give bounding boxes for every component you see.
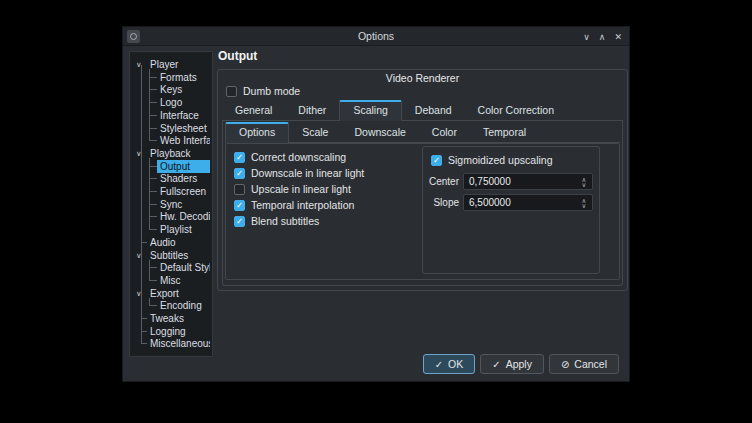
button-label: Apply	[506, 358, 532, 370]
tab-dither[interactable]: Dither	[285, 101, 339, 120]
spin-down-icon[interactable]: ∨	[582, 182, 587, 187]
checkbox-correct-downscaling[interactable]: ✓Correct downscaling	[234, 151, 364, 163]
sidebar-item-output[interactable]: Output	[130, 160, 212, 173]
sidebar-item-label: Tweaks	[147, 312, 210, 325]
checkbox-label: Correct downscaling	[251, 151, 346, 163]
tab-color[interactable]: Color	[419, 123, 470, 142]
options-pane: ✓Correct downscaling✓Downscale in linear…	[225, 143, 620, 280]
ok-button[interactable]: ✓ OK	[423, 354, 476, 374]
button-label: OK	[448, 358, 463, 370]
scaling-subtabs: OptionsScaleDownscaleColorTemporal	[225, 122, 620, 143]
checkbox-label: Upscale in linear light	[251, 183, 351, 195]
tree-guide-line	[141, 65, 142, 344]
sidebar-item-label: Formats	[157, 71, 210, 84]
slope-value[interactable]: 6,500000	[464, 197, 578, 208]
sidebar-item-miscellaneous[interactable]: Miscellaneous	[130, 337, 212, 350]
dialog-buttons: ✓ OK ✓ Apply ⊘ Cancel	[423, 354, 619, 374]
slope-spinbox[interactable]: 6,500000 ∧ ∨	[463, 194, 593, 211]
sidebar-item-label: Stylesheet	[157, 122, 210, 135]
sidebar-item-player[interactable]: ∨Player	[130, 58, 212, 71]
checkbox-label: Blend subtitles	[251, 215, 319, 227]
button-label: Cancel	[574, 358, 607, 370]
sigmoidized-upscaling-checkbox[interactable]: ✓ Sigmoidized upscaling	[431, 154, 552, 166]
apply-button[interactable]: ✓ Apply	[480, 354, 544, 374]
sidebar-item-label: Logo	[157, 96, 210, 109]
tab-scaling[interactable]: Scaling	[339, 100, 401, 121]
sidebar-item-audio[interactable]: Audio	[130, 236, 212, 249]
checkbox-label: Sigmoidized upscaling	[448, 154, 552, 166]
center-value[interactable]: 0,750000	[464, 176, 578, 187]
maximize-icon[interactable]: ∧	[599, 32, 606, 42]
sidebar-item-label: Playback	[147, 147, 210, 160]
sidebar-item-label: Encoding	[157, 299, 210, 312]
titlebar[interactable]: Options ∨ ∧ ✕	[123, 27, 629, 46]
checkbox-box[interactable]: ✓	[234, 200, 245, 211]
sidebar-item-logo[interactable]: Logo	[130, 96, 212, 109]
checkbox-temporal-interpolation[interactable]: ✓Temporal interpolation	[234, 199, 364, 211]
cancel-button[interactable]: ⊘ Cancel	[549, 354, 619, 374]
tab-downscale[interactable]: Downscale	[341, 123, 418, 142]
sidebar-item-keys[interactable]: Keys	[130, 83, 212, 96]
tree-guide-line	[149, 69, 150, 141]
settings-tree[interactable]: ∨PlayerFormatsKeysLogoInterfaceStyleshee…	[129, 51, 213, 357]
sidebar-item-sync[interactable]: Sync	[130, 198, 212, 211]
sidebar-item-default-style[interactable]: Default Style	[130, 261, 212, 274]
sidebar-item-web-interface[interactable]: Web Interface	[130, 134, 212, 147]
group-title: Video Renderer	[218, 72, 627, 84]
sidebar-item-logging[interactable]: Logging	[130, 325, 212, 338]
close-icon[interactable]: ✕	[614, 32, 622, 42]
sidebar-item-fullscreen[interactable]: Fullscreen	[130, 185, 212, 198]
checkbox-box[interactable]: ✓	[234, 152, 245, 163]
checkbox-label: Dumb mode	[243, 85, 300, 97]
page-title: Output	[218, 49, 257, 63]
minimize-icon[interactable]: ∨	[583, 32, 590, 42]
checkbox-box[interactable]	[226, 86, 237, 97]
tab-scale[interactable]: Scale	[289, 123, 341, 142]
sidebar-item-subtitles[interactable]: ∨Subtitles	[130, 249, 212, 262]
sidebar-item-label: Player	[147, 58, 210, 71]
checkbox-upscale-in-linear-light[interactable]: Upscale in linear light	[234, 183, 364, 195]
sidebar-item-label: Hw. Decoding	[157, 210, 210, 223]
tree-guide-line	[149, 298, 150, 306]
sidebar-item-export[interactable]: ∨Export	[130, 287, 212, 300]
sidebar-item-label: Interface	[157, 109, 210, 122]
center-spinbox[interactable]: 0,750000 ∧ ∨	[463, 173, 593, 190]
sigmoid-group: ✓ Sigmoidized upscaling Center 0,750000 …	[422, 146, 600, 274]
renderer-tabs: GeneralDitherScalingDebandColor Correcti…	[222, 100, 623, 121]
sidebar-item-tweaks[interactable]: Tweaks	[130, 312, 212, 325]
tab-options[interactable]: Options	[225, 122, 289, 143]
sidebar-item-label: Logging	[147, 325, 210, 338]
sidebar-item-shaders[interactable]: Shaders	[130, 172, 212, 185]
sidebar-item-playback[interactable]: ∨Playback	[130, 147, 212, 160]
spin-down-icon[interactable]: ∨	[582, 203, 587, 208]
tab-temporal[interactable]: Temporal	[470, 123, 539, 142]
checkbox-downscale-in-linear-light[interactable]: ✓Downscale in linear light	[234, 167, 364, 179]
check-icon: ✓	[492, 359, 500, 370]
sidebar-item-hw-decoding[interactable]: Hw. Decoding	[130, 210, 212, 223]
sidebar-item-stylesheet[interactable]: Stylesheet	[130, 122, 212, 135]
tab-color-correction[interactable]: Color Correction	[465, 101, 567, 120]
slope-label: Slope	[427, 197, 459, 208]
sidebar-item-formats[interactable]: Formats	[130, 71, 212, 84]
tab-deband[interactable]: Deband	[402, 101, 465, 120]
sidebar-item-label: Shaders	[157, 172, 210, 185]
checkbox-box[interactable]: ✓	[234, 168, 245, 179]
sidebar-item-interface[interactable]: Interface	[130, 109, 212, 122]
sidebar-item-label: Misc	[157, 274, 210, 287]
sidebar-item-label: Subtitles	[147, 249, 210, 262]
checkbox-blend-subtitles[interactable]: ✓Blend subtitles	[234, 215, 364, 227]
tree-guide-line	[149, 260, 150, 281]
dumb-mode-checkbox[interactable]: Dumb mode	[226, 85, 300, 97]
checkbox-box[interactable]: ✓	[431, 155, 442, 166]
sidebar-item-playlist[interactable]: Playlist	[130, 223, 212, 236]
options-dialog: Options ∨ ∧ ✕ ∨PlayerFormatsKeysLogoInte…	[122, 26, 630, 382]
tab-general[interactable]: General	[222, 101, 285, 120]
sidebar-item-encoding[interactable]: Encoding	[130, 299, 212, 312]
checkbox-label: Temporal interpolation	[251, 199, 354, 211]
sidebar-item-misc[interactable]: Misc	[130, 274, 212, 287]
sidebar-item-label: Fullscreen	[157, 185, 210, 198]
checkbox-box[interactable]	[234, 184, 245, 195]
checkbox-box[interactable]: ✓	[234, 216, 245, 227]
sidebar-item-label: Export	[147, 287, 210, 300]
sidebar-item-label: Web Interface	[157, 134, 210, 147]
